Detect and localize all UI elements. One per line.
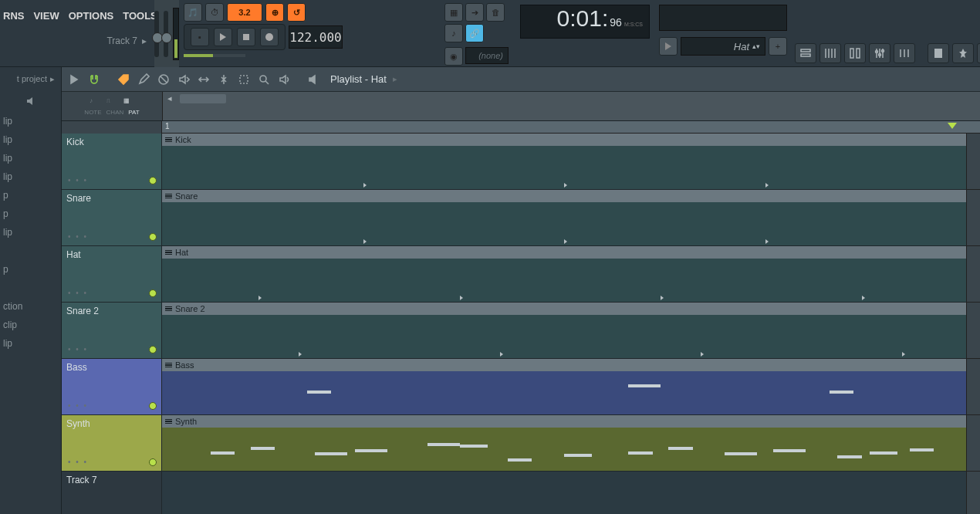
pattern-clip[interactable]: Kick	[162, 134, 966, 189]
timeline-ruler[interactable]: 1	[162, 121, 980, 134]
pattern-play-icon[interactable]	[659, 37, 678, 56]
track-led-icon[interactable]	[149, 402, 157, 410]
mute-tool-icon[interactable]	[176, 72, 191, 87]
channel-rack-icon[interactable]	[844, 43, 866, 63]
master-knobs[interactable]	[154, 0, 179, 67]
slice-icon[interactable]	[216, 72, 231, 87]
sliders-icon[interactable]	[894, 43, 915, 63]
track-lane[interactable]	[162, 472, 980, 514]
zoom-icon[interactable]	[256, 72, 272, 87]
record-button[interactable]	[260, 28, 279, 46]
track-header-synth[interactable]: Synth• • •	[62, 415, 162, 472]
pattern-selector[interactable]: Hat▴▾	[681, 37, 765, 56]
browser-item[interactable]: p	[0, 260, 61, 279]
track-header-snare-2[interactable]: Snare 2• • •	[62, 303, 162, 359]
browser-toggle-icon[interactable]	[928, 43, 949, 63]
browser-item[interactable]: lip	[0, 223, 61, 242]
track-lane[interactable]: Snare 2	[162, 303, 980, 359]
playlist-mode-tabs[interactable]: ♪ ⎍ ▦ NOTE CHAN PAT	[62, 92, 162, 120]
pattern-number[interactable]: 3.2	[227, 3, 262, 22]
menu-tools[interactable]: TOOLS	[123, 10, 157, 22]
playlist: ♪ ⎍ ▦ NOTE CHAN PAT ◂ 1 Kick• • •Snare• …	[62, 92, 980, 514]
pattern-add-button[interactable]: +	[769, 37, 787, 56]
slip-icon[interactable]	[196, 72, 211, 87]
plugin-icon[interactable]	[977, 43, 980, 63]
arrow-icon[interactable]: ➔	[465, 3, 484, 22]
menu-view[interactable]: VIEW	[33, 10, 59, 22]
mixer-icon[interactable]	[869, 43, 890, 63]
play-small-icon[interactable]	[66, 72, 82, 87]
metronome-icon[interactable]: 🎵	[184, 3, 202, 22]
knob-icon[interactable]: ◉	[444, 47, 463, 66]
countdown-icon[interactable]: ⏱	[205, 3, 224, 22]
pattern-clip[interactable]: Snare	[162, 190, 966, 245]
horizontal-scrollbar[interactable]: ◂	[162, 92, 980, 120]
pattern-clip[interactable]: Snare 2	[162, 303, 966, 358]
midi-icon[interactable]: ♪	[444, 24, 463, 42]
track-lane[interactable]: Hat	[162, 246, 980, 303]
tempo-display[interactable]: 122.000	[289, 25, 343, 49]
time-display[interactable]: 0: 01: 96 M:S:CS	[520, 5, 650, 39]
track-led-icon[interactable]	[149, 346, 157, 353]
browser-item[interactable]: p	[0, 186, 61, 205]
browser-item[interactable]: clip	[0, 316, 61, 334]
track-lane[interactable]: Snare	[162, 190, 980, 246]
track-led-icon[interactable]	[149, 289, 157, 297]
playlist-icon[interactable]	[795, 43, 816, 63]
browser-panel: t project ▸ liplipliplippplippctionclipl…	[0, 67, 62, 514]
track-lane[interactable]: Kick	[162, 134, 980, 190]
pat-mode-icon[interactable]: ▦	[123, 97, 134, 108]
tag-icon[interactable]	[116, 72, 131, 87]
browser-item[interactable]	[0, 242, 61, 260]
pin-icon[interactable]	[952, 43, 974, 63]
browser-item[interactable]: lip	[0, 112, 61, 130]
note-mode-icon[interactable]: ♪	[90, 97, 100, 108]
pattern-clip[interactable]: Synth	[162, 415, 966, 471]
piano-roll-icon[interactable]	[819, 43, 841, 63]
track-lane[interactable]: Bass	[162, 359, 980, 415]
track-header-snare[interactable]: Snare• • •	[62, 190, 162, 246]
stop-button[interactable]	[237, 28, 255, 46]
pattern-clip[interactable]: Bass	[162, 359, 966, 414]
overdub-icon[interactable]: ↺	[287, 3, 306, 22]
track-lane[interactable]: Synth	[162, 415, 980, 472]
trash-icon[interactable]: 🗑	[486, 3, 505, 22]
speaker-icon[interactable]	[0, 90, 61, 112]
browser-item[interactable]: p	[0, 205, 61, 223]
browser-item[interactable]: lip	[0, 149, 61, 167]
song-mode-toggle[interactable]: ▪	[191, 28, 209, 46]
track-header-hat[interactable]: Hat• • •	[62, 246, 162, 303]
browser-item[interactable]: lip	[0, 167, 61, 186]
track-header-bass[interactable]: Bass• • •	[62, 359, 162, 415]
browser-item[interactable]: lip	[0, 334, 61, 353]
svg-rect-3	[857, 49, 860, 58]
link-icon[interactable]: 🔗	[465, 24, 484, 42]
play-button[interactable]	[214, 28, 232, 46]
ban-icon[interactable]	[156, 72, 171, 87]
track-led-icon[interactable]	[149, 233, 157, 241]
loop-record-icon[interactable]: ⊕	[265, 3, 284, 22]
browser-item[interactable]	[0, 279, 61, 297]
pattern-clip[interactable]: Hat	[162, 246, 966, 302]
progress-bar[interactable]	[184, 54, 245, 57]
snap-panel: ▦ ➔ 🗑 ♪ 🔗 ◉ (none)	[441, 0, 515, 66]
magnet-icon[interactable]	[86, 72, 102, 87]
volume-icon[interactable]	[306, 72, 321, 87]
piano-icon[interactable]: ▦	[444, 3, 463, 22]
chan-mode-icon[interactable]: ⎍	[106, 97, 117, 108]
snap-select[interactable]: (none)	[465, 47, 509, 64]
playlist-title: Playlist - Hat	[330, 73, 387, 85]
vertical-scrollbar[interactable]	[966, 134, 980, 514]
select-icon[interactable]	[236, 72, 252, 87]
track-header-kick[interactable]: Kick• • •	[62, 134, 162, 190]
track-led-icon[interactable]	[149, 177, 157, 184]
menu-patterns[interactable]: RNS	[3, 10, 24, 22]
speaker-tool-icon[interactable]	[276, 72, 292, 87]
track-led-icon[interactable]	[149, 458, 157, 466]
track-header-empty[interactable]: Track 7	[62, 472, 162, 514]
pencil-icon[interactable]	[136, 72, 151, 87]
menu-options[interactable]: OPTIONS	[69, 10, 114, 22]
browser-item[interactable]: lip	[0, 130, 61, 149]
browser-item[interactable]: ction	[0, 297, 61, 316]
end-marker-icon[interactable]	[948, 123, 957, 129]
